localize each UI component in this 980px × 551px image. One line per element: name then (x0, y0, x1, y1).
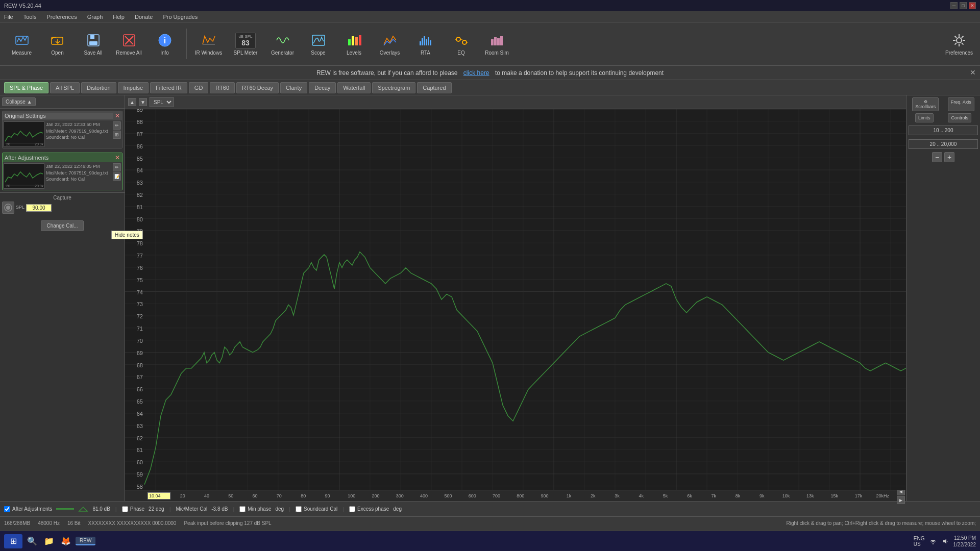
eq-label: EQ (457, 50, 464, 56)
svg-text:58: 58 (137, 484, 143, 490)
zoom-out-button[interactable]: − (932, 152, 942, 162)
legend-checkbox-adjusted[interactable] (4, 506, 10, 512)
tab-gd[interactable]: GD (189, 82, 209, 93)
preferences-icon (951, 32, 967, 48)
scrollbars-button[interactable]: ⚙ Scrollbars (912, 97, 939, 111)
menu-pro[interactable]: Pro Upgrades (161, 13, 200, 21)
remove-all-button[interactable]: Remove All (112, 25, 145, 63)
x-label-5k: 5k (653, 493, 677, 498)
freq-range-1[interactable]: 10 .. 200 (909, 126, 978, 135)
tab-waterfall[interactable]: Waterfall (337, 82, 371, 93)
svg-text:61: 61 (137, 447, 143, 453)
graph-area[interactable]: 89 88 87 86 85 84 83 82 81 80 79 78 77 7… (125, 109, 906, 490)
taskbar-rew-app[interactable]: REW (76, 537, 95, 545)
levels-button[interactable]: Levels (337, 25, 371, 63)
donation-link[interactable]: click here (463, 69, 489, 77)
measurement-name-original[interactable] (5, 113, 113, 119)
scope-button[interactable]: Scope (302, 25, 335, 63)
right-ctrl-row-1: ⚙ Scrollbars Freq. Axis (909, 97, 978, 111)
start-button[interactable]: ⊞ (4, 534, 22, 548)
svg-text:71: 71 (137, 325, 143, 332)
tab-rt60[interactable]: RT60 (210, 82, 235, 93)
tab-spectrogram[interactable]: Spectrogram (372, 82, 415, 93)
menu-file[interactable]: File (2, 13, 15, 21)
svg-text:66: 66 (137, 386, 143, 392)
measurement-info-adjusted: Jan 22, 2022 12:46:05 PM Mic/Meter: 7097… (46, 163, 111, 189)
legend-checkbox-excess-phase[interactable] (349, 506, 355, 512)
svg-text:20.0k: 20.0k (35, 142, 44, 146)
ir-windows-button[interactable]: IR Windows (192, 25, 225, 63)
tab-clarity[interactable]: Clarity (280, 82, 307, 93)
donation-text: REW is free software, but if you can aff… (316, 69, 458, 77)
open-button[interactable]: Open (41, 25, 74, 63)
measurement-name-adjusted[interactable] (5, 155, 113, 161)
tab-impulse[interactable]: Impulse (118, 82, 149, 93)
legend-checkbox-min-phase[interactable] (239, 506, 246, 512)
info-button[interactable]: i Info (148, 25, 181, 63)
measurement-notes-adjusted[interactable]: 📝 (113, 172, 121, 181)
graph-h-scroll-right[interactable]: ► (897, 496, 905, 504)
measurement-copy-original[interactable]: ⊞ (113, 131, 121, 139)
spl-axis-select[interactable]: SPL (150, 97, 174, 107)
graph-scroll-up[interactable]: ▲ (128, 98, 136, 106)
menu-help[interactable]: Help (111, 13, 127, 21)
freq-range-2[interactable]: 20 .. 20,000 (909, 139, 978, 149)
legend-mic-cal-name: Mic/Meter Cal (176, 506, 208, 512)
menu-preferences[interactable]: Preferences (44, 13, 79, 21)
capture-icon-button[interactable] (2, 202, 14, 214)
menu-donate[interactable]: Donate (133, 13, 155, 21)
x-axis-input[interactable] (148, 492, 170, 499)
maximize-button[interactable]: □ (960, 2, 967, 9)
x-label-80: 80 (291, 493, 315, 498)
close-button[interactable]: ✕ (969, 2, 976, 9)
tab-all-spl[interactable]: All SPL (50, 82, 80, 93)
menu-bar: File Tools Preferences Graph Help Donate… (0, 11, 980, 22)
save-all-button[interactable]: Save All (77, 25, 110, 63)
controls-button[interactable]: Controls (948, 113, 971, 122)
overlays-button[interactable]: Overlays (373, 25, 406, 63)
tab-distortion[interactable]: Distortion (81, 82, 116, 93)
tab-filtered-ir[interactable]: Filtered IR (150, 82, 187, 93)
tab-spl-phase[interactable]: SPL & Phase (4, 82, 48, 93)
measurement-close-adjusted[interactable]: ✕ (115, 154, 120, 161)
measurement-close-original[interactable]: ✕ (115, 112, 120, 119)
tab-decay[interactable]: Decay (309, 82, 336, 93)
measure-button[interactable]: Measure (5, 25, 38, 63)
collapse-button[interactable]: Collapse ▲ (2, 97, 36, 106)
taskbar-files-icon[interactable]: 📁 (42, 534, 56, 548)
legend-sep-4: | (289, 506, 290, 512)
tab-captured[interactable]: Captured (417, 82, 451, 93)
svg-text:89: 89 (137, 109, 143, 113)
x-label-20: 20 (170, 493, 194, 498)
donation-close-button[interactable]: ✕ (970, 68, 976, 77)
tab-rt60-decay[interactable]: RT60 Decay (236, 82, 279, 93)
menu-graph[interactable]: Graph (85, 13, 105, 21)
svg-rect-50 (125, 109, 906, 490)
zoom-in-button[interactable]: + (944, 152, 954, 162)
graph-scroll-down[interactable]: ▼ (139, 98, 147, 106)
minimize-button[interactable]: ─ (950, 2, 958, 9)
legend-checkbox-phase[interactable] (122, 506, 128, 512)
measurement-edit-original[interactable]: ✏ (113, 121, 121, 130)
preferences-button[interactable]: Preferences (943, 30, 975, 58)
x-label-800: 800 (508, 493, 532, 498)
room-sim-button[interactable]: Room Sim (480, 25, 513, 63)
spl-value-input[interactable] (26, 204, 52, 212)
limits-button[interactable]: Limits (915, 113, 934, 122)
x-label-400: 400 (412, 493, 436, 498)
eq-button[interactable]: EQ (445, 25, 478, 63)
status-coordinates: XXXXXXXX XXXXXXXXXX 0000.0000 (88, 520, 177, 526)
menu-tools[interactable]: Tools (21, 13, 39, 21)
change-cal-button[interactable]: Change Cal... (41, 220, 83, 231)
measurement-edit-adjusted[interactable]: ✏ (113, 163, 121, 171)
x-label-17k: 17k (846, 493, 870, 498)
measurement-preview-original: 20 20.0k (4, 121, 44, 147)
spl-meter-button[interactable]: dB SPL 83 SPL Meter (228, 25, 263, 63)
taskbar-browser-icon[interactable]: 🦊 (59, 534, 73, 548)
generator-button[interactable]: Generator (266, 25, 299, 63)
freq-axis-button[interactable]: Freq. Axis (948, 97, 974, 111)
legend-checkbox-soundcard-cal[interactable] (296, 506, 302, 512)
rta-button[interactable]: RTA (409, 25, 442, 63)
taskbar-search-icon[interactable]: 🔍 (25, 534, 39, 548)
svg-text:i: i (163, 36, 165, 45)
